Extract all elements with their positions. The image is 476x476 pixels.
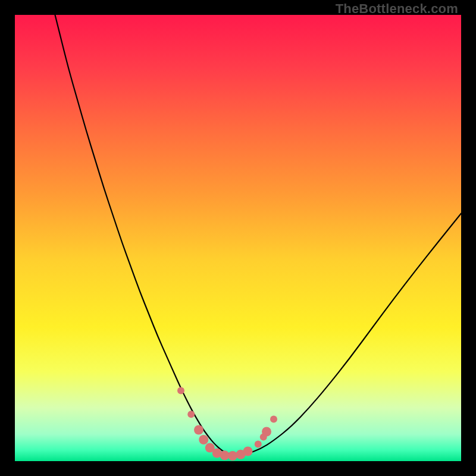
watermark-text: TheBottleneck.com bbox=[336, 1, 458, 17]
frame-left bbox=[0, 0, 15, 476]
bottleneck-chart bbox=[15, 15, 461, 461]
frame-bottom bbox=[0, 461, 476, 476]
frame-right bbox=[461, 0, 476, 476]
